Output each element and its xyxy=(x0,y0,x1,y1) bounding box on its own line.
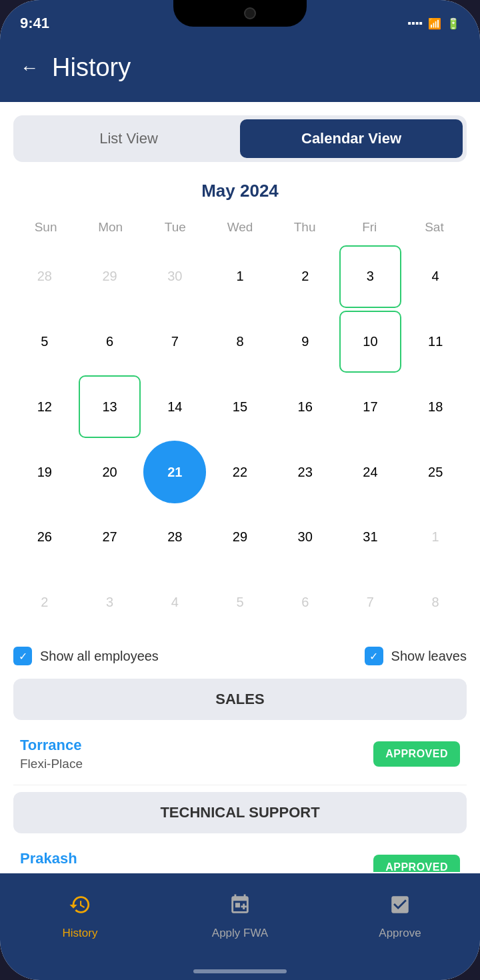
back-button[interactable]: ← xyxy=(20,57,39,79)
calendar-day[interactable]: 7 xyxy=(339,571,402,634)
calendar-day[interactable]: 9 xyxy=(274,311,337,373)
show-all-employees-filter[interactable]: ✓ Show all employees xyxy=(13,647,159,665)
calendar-day[interactable]: 3 xyxy=(339,245,402,308)
calendar-day[interactable]: 13 xyxy=(79,375,141,438)
calendar-day[interactable]: 5 xyxy=(209,571,271,634)
employee-item[interactable]: TorranceFlexi-PlaceAPPROVED xyxy=(13,723,467,785)
calendar-day[interactable]: 26 xyxy=(13,506,76,569)
calendar-view-button[interactable]: Calendar View xyxy=(240,119,463,158)
department-header: SALES xyxy=(13,679,467,720)
weekday-fri: Fri xyxy=(337,215,402,240)
weekday-thu: Thu xyxy=(273,215,337,240)
page-title: History xyxy=(52,53,131,82)
calendar-day[interactable]: 22 xyxy=(209,441,271,503)
main-content: List View Calendar View May 2024 Sun Mon… xyxy=(0,102,480,872)
calendar-day[interactable]: 10 xyxy=(339,311,402,373)
calendar-day[interactable]: 4 xyxy=(143,571,206,634)
calendar-day[interactable]: 28 xyxy=(13,245,76,308)
status-badge: APPROVED xyxy=(373,855,460,872)
calendar-day[interactable]: 14 xyxy=(143,375,206,438)
calendar-day[interactable]: 5 xyxy=(13,311,76,373)
calendar-day[interactable]: 1 xyxy=(209,245,271,308)
weekday-mon: Mon xyxy=(78,215,143,240)
list-view-button[interactable]: List View xyxy=(17,119,240,158)
weekday-sun: Sun xyxy=(13,215,78,240)
show-all-employees-checkbox[interactable]: ✓ xyxy=(13,647,32,665)
calendar-days: 2829301234567891011121314151617181920212… xyxy=(13,245,467,633)
bottom-nav: History Apply FWA Approve xyxy=(0,873,480,980)
filter-row: ✓ Show all employees ✓ Show leaves xyxy=(13,633,467,679)
nav-approve[interactable]: Approve xyxy=(320,893,480,940)
calendar-day[interactable]: 27 xyxy=(79,506,141,569)
calendar-day[interactable]: 28 xyxy=(143,506,206,569)
calendar-month-year: May 2024 xyxy=(13,181,467,201)
department-header: TECHNICAL SUPPORT xyxy=(13,792,467,833)
calendar-day[interactable]: 6 xyxy=(274,571,337,634)
calendar-day[interactable]: 2 xyxy=(13,571,76,634)
calendar-day[interactable]: 15 xyxy=(209,375,271,438)
employee-info: PrakashAnnual Leave xyxy=(20,850,97,872)
calendar-day[interactable]: 8 xyxy=(209,311,271,373)
calendar: May 2024 Sun Mon Tue Wed Thu Fri Sat 282… xyxy=(13,181,467,633)
employee-name: Prakash xyxy=(20,850,97,867)
departments-container: SALESTorranceFlexi-PlaceAPPROVEDTECHNICA… xyxy=(13,679,467,872)
notch xyxy=(173,0,307,27)
employee-item[interactable]: PrakashAnnual LeaveAPPROVED xyxy=(13,837,467,872)
status-time: 9:41 xyxy=(20,15,49,32)
calendar-day[interactable]: 8 xyxy=(404,571,467,634)
calendar-day[interactable]: 30 xyxy=(143,245,206,308)
calendar-day[interactable]: 17 xyxy=(339,375,402,438)
department-section: TECHNICAL SUPPORTPrakashAnnual LeaveAPPR… xyxy=(13,792,467,872)
weekday-wed: Wed xyxy=(207,215,272,240)
calendar-day[interactable]: 25 xyxy=(404,441,467,503)
calendar-day[interactable]: 1 xyxy=(404,506,467,569)
employee-name: Torrance xyxy=(20,737,83,754)
weekday-tue: Tue xyxy=(143,215,207,240)
history-icon xyxy=(69,893,91,921)
nav-approve-label: Approve xyxy=(379,927,421,940)
calendar-day[interactable]: 12 xyxy=(13,375,76,438)
nav-history[interactable]: History xyxy=(0,893,160,940)
department-section: SALESTorranceFlexi-PlaceAPPROVED xyxy=(13,679,467,785)
show-leaves-checkbox[interactable]: ✓ xyxy=(365,647,383,665)
status-icons: ▪▪▪▪ 📶 🔋 xyxy=(407,17,460,30)
calendar-day[interactable]: 18 xyxy=(404,375,467,438)
employee-info: TorranceFlexi-Place xyxy=(20,737,83,771)
calendar-day[interactable]: 24 xyxy=(339,441,402,503)
calendar-day[interactable]: 3 xyxy=(79,571,141,634)
nav-history-label: History xyxy=(63,927,98,940)
show-all-employees-label: Show all employees xyxy=(40,649,159,664)
status-badge: APPROVED xyxy=(373,741,460,767)
approve-icon xyxy=(389,893,411,921)
calendar-day[interactable]: 23 xyxy=(274,441,337,503)
employee-leave-type: Flexi-Place xyxy=(20,757,83,771)
phone-shell: 9:41 ▪▪▪▪ 📶 🔋 ← History List View Calend… xyxy=(0,0,480,980)
nav-apply-fwa-label: Apply FWA xyxy=(212,927,268,940)
calendar-day[interactable]: 30 xyxy=(274,506,337,569)
calendar-day[interactable]: 4 xyxy=(404,245,467,308)
show-leaves-label: Show leaves xyxy=(391,649,467,664)
apply-fwa-icon xyxy=(229,893,251,921)
calendar-day[interactable]: 29 xyxy=(209,506,271,569)
battery-icon: 🔋 xyxy=(447,17,460,30)
calendar-weekdays: Sun Mon Tue Wed Thu Fri Sat xyxy=(13,215,467,240)
nav-apply-fwa[interactable]: Apply FWA xyxy=(160,893,320,940)
signal-icon: ▪▪▪▪ xyxy=(407,17,423,29)
calendar-day[interactable]: 6 xyxy=(79,311,141,373)
header: ← History xyxy=(0,40,480,102)
calendar-day[interactable]: 29 xyxy=(79,245,141,308)
calendar-day[interactable]: 16 xyxy=(274,375,337,438)
calendar-day[interactable]: 20 xyxy=(79,441,141,503)
show-leaves-filter[interactable]: ✓ Show leaves xyxy=(365,647,467,665)
calendar-day[interactable]: 11 xyxy=(404,311,467,373)
calendar-day[interactable]: 21 xyxy=(143,441,206,503)
wifi-icon: 📶 xyxy=(428,17,441,30)
employee-leave-type: Annual Leave xyxy=(20,870,97,872)
calendar-day[interactable]: 7 xyxy=(143,311,206,373)
calendar-day[interactable]: 2 xyxy=(274,245,337,308)
calendar-day[interactable]: 19 xyxy=(13,441,76,503)
view-toggle: List View Calendar View xyxy=(13,115,467,162)
calendar-day[interactable]: 31 xyxy=(339,506,402,569)
home-indicator xyxy=(193,969,287,973)
camera-dot xyxy=(244,7,256,19)
